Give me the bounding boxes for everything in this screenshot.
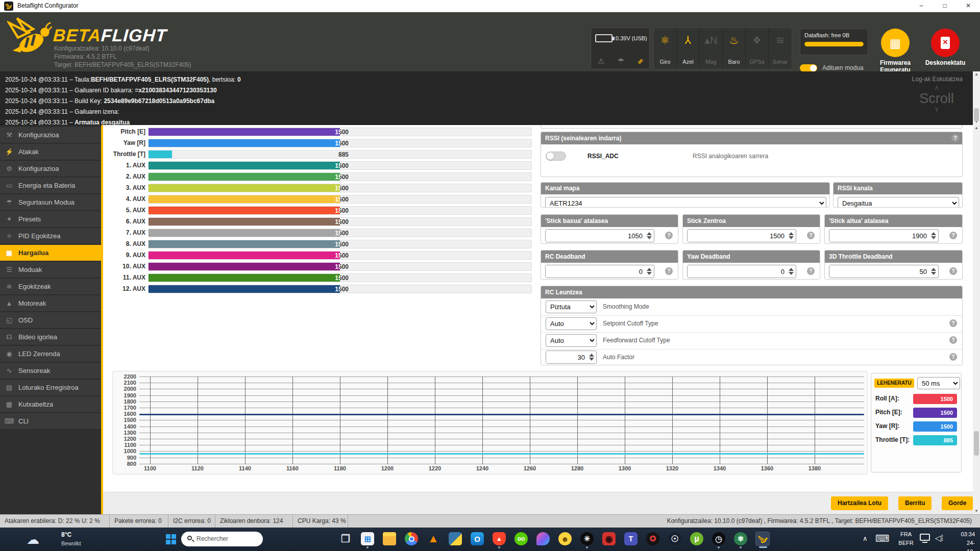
help-icon[interactable] xyxy=(949,319,957,327)
sidebar-item-hargailua[interactable]: ▣Hargailua xyxy=(0,245,101,261)
taskbar-app-music-app[interactable]: ◉ xyxy=(602,532,616,546)
taskbar-app-chatgpt[interactable]: ✳ xyxy=(580,532,594,546)
sidebar-item-sensoreak[interactable]: ∿Sensoreak xyxy=(0,363,101,379)
disconnect-button[interactable] xyxy=(931,29,960,57)
sensor-giro[interactable]: ⚛Giro xyxy=(654,28,677,69)
feedforward-cutoff-type-select[interactable]: Auto xyxy=(546,334,597,347)
save-button[interactable]: Gorde xyxy=(942,496,973,510)
sidebar-item-bideo-igorlea[interactable]: ☊Bideo igorlea xyxy=(0,329,101,345)
taskbar-app-betaflight-app[interactable] xyxy=(755,532,770,546)
deadband-input[interactable] xyxy=(829,265,929,278)
taskbar-app-outlook[interactable]: O xyxy=(470,532,484,546)
chevron-down-icon[interactable]: ∨ xyxy=(914,106,960,112)
bind-receiver-button[interactable]: Hartzailea Lotu xyxy=(831,496,888,510)
stick-threshold-input[interactable] xyxy=(829,230,929,242)
sidebar-item-motoreak[interactable]: ▲Motoreak xyxy=(0,295,101,312)
tray-clock[interactable]: 03:3424-10-25 xyxy=(961,530,975,551)
language-indicator[interactable]: FRABEFR xyxy=(897,530,915,547)
network-icon[interactable] xyxy=(920,534,930,541)
taskbar-app-steam[interactable]: ☉ xyxy=(668,532,682,546)
refresh-rate-select[interactable]: 50 ms xyxy=(917,377,960,389)
taskbar-app-microsoft-store[interactable]: ⊞ xyxy=(360,532,375,546)
sidebar-item-pid-egokitzea[interactable]: ⚛PID Egokitzea xyxy=(0,228,101,244)
taskbar-app-python-file[interactable] xyxy=(448,532,462,546)
sidebar-item-energia-eta-bateria[interactable]: ▭Energia eta Bateria xyxy=(0,178,101,194)
main-scrollbar[interactable]: ▲▼ xyxy=(973,125,980,514)
taskbar-app-duolingo[interactable]: oo xyxy=(514,532,528,546)
help-icon[interactable] xyxy=(665,267,673,275)
log-scroll-widget[interactable]: ∧ Scroll ∨ xyxy=(914,85,960,112)
stepper-icon[interactable] xyxy=(930,230,937,242)
help-icon[interactable] xyxy=(807,267,815,275)
help-icon[interactable] xyxy=(665,232,673,239)
deadband-input[interactable] xyxy=(688,265,787,278)
help-icon[interactable] xyxy=(949,232,957,239)
chevron-up-icon[interactable]: ∧ xyxy=(914,85,960,91)
sidebar-item-loturako-erregistroa[interactable]: ▤Loturako Erregistroa xyxy=(0,380,101,396)
taskbar-app-paint-drop[interactable] xyxy=(536,532,550,546)
help-icon[interactable] xyxy=(949,353,957,361)
refresh-button[interactable]: Berritu xyxy=(898,496,932,510)
taskbar-app-brave[interactable]: ▲ xyxy=(492,532,506,546)
volume-icon[interactable]: ◁⦙ xyxy=(935,533,943,543)
help-icon[interactable] xyxy=(951,134,959,142)
stepper-icon[interactable] xyxy=(788,230,795,242)
taskbar-app-vlc[interactable]: ▲ xyxy=(426,532,440,546)
sidebar-item-atakak[interactable]: ⚡Atakak xyxy=(0,144,101,160)
help-icon[interactable] xyxy=(807,232,815,239)
sidebar-item-segurtasun-modua[interactable]: ☂Segurtasun Modua xyxy=(0,194,101,211)
sensor-baro[interactable]: ♨Baro xyxy=(723,28,746,69)
rssi-adc-toggle[interactable] xyxy=(546,152,566,161)
disconnect-label[interactable]: Deskonektatu xyxy=(921,59,970,66)
stick-threshold-input[interactable] xyxy=(688,230,787,242)
help-icon[interactable] xyxy=(949,267,957,275)
sensor-mag[interactable]: ▴NMag xyxy=(700,28,723,69)
smoothing-mode-select[interactable]: Piztuta xyxy=(546,300,597,313)
deadband-input[interactable] xyxy=(546,265,645,278)
stepper-icon[interactable] xyxy=(646,230,653,242)
stepper-icon[interactable] xyxy=(588,351,595,363)
auto-factor-input[interactable] xyxy=(546,351,587,363)
taskbar-app-file-explorer[interactable] xyxy=(382,532,397,546)
sensor-sonar[interactable]: ≋Sonar xyxy=(769,28,792,69)
sidebar-item-moduak[interactable]: ☰Moduak xyxy=(0,262,101,278)
setpoint-cutoff-type-select[interactable]: Auto xyxy=(546,317,597,330)
taskbar-app-teams[interactable]: T xyxy=(624,532,638,546)
taskbar-app-chrome[interactable] xyxy=(404,532,419,546)
sidebar-item-cli[interactable]: ⌨CLI xyxy=(0,413,101,430)
sensor-gpsa[interactable]: ❖GPSa xyxy=(746,28,769,69)
taskbar-app-utorrent[interactable]: µ xyxy=(690,532,704,546)
taskbar-app-green-orb-app[interactable]: ✾ xyxy=(733,532,748,546)
minimize-button[interactable]: – xyxy=(910,0,933,12)
taskbar-app-task-view[interactable]: ❐ xyxy=(338,532,353,546)
close-button[interactable]: ✕ xyxy=(957,0,980,12)
stick-threshold-input[interactable] xyxy=(546,230,645,242)
help-icon[interactable] xyxy=(949,336,957,344)
sidebar-item-konfigurazioa[interactable]: ⚒Konfigurazioa xyxy=(0,127,101,143)
sidebar-item-kutxabeltza[interactable]: ▦Kutxabeltza xyxy=(0,396,101,413)
taskbar-app-security-app[interactable]: ✪ xyxy=(646,532,660,546)
start-button[interactable] xyxy=(166,534,176,544)
rssi-channel-select[interactable]: Desgaitua xyxy=(838,197,959,208)
sensor-azel[interactable]: ⅄Azel xyxy=(677,28,700,69)
sidebar-item-osd[interactable]: ◱OSD xyxy=(0,312,101,329)
keyboard-icon[interactable]: ⌨ xyxy=(875,533,889,544)
taskbar-app-emoji-app[interactable]: ☻ xyxy=(558,532,572,546)
firmware-flasher-button[interactable]: ▦ xyxy=(881,29,910,57)
stepper-icon[interactable] xyxy=(646,265,653,278)
reset-button[interactable]: LEHENERATU xyxy=(874,379,914,388)
taskbar-search[interactable]: Rechercher xyxy=(181,532,263,546)
taskbar-app-clock-app[interactable]: ◷ xyxy=(712,532,726,546)
sidebar-item-konfigurazioa-2[interactable]: ⚙Konfigurazioa xyxy=(0,161,101,177)
sidebar-item-egokitzeak[interactable]: ≋Egokitzeak xyxy=(0,279,101,295)
sidebar-item-presets[interactable]: ✦Presets xyxy=(0,211,101,228)
sidebar-item-led-zerrenda[interactable]: ◉LED Zerrenda xyxy=(0,346,101,362)
tray-chevron-icon[interactable]: ∧ xyxy=(863,535,868,542)
log-scrollbar[interactable]: ▲▼ xyxy=(973,71,980,125)
stepper-icon[interactable] xyxy=(788,265,795,278)
channel-map-select[interactable]: AETR1234 xyxy=(545,197,826,208)
maximize-button[interactable]: □ xyxy=(933,0,957,12)
expert-mode-toggle[interactable] xyxy=(800,64,817,72)
hide-log-link[interactable]: Log-ak Eskutatzea xyxy=(912,76,963,83)
stepper-icon[interactable] xyxy=(930,265,937,278)
